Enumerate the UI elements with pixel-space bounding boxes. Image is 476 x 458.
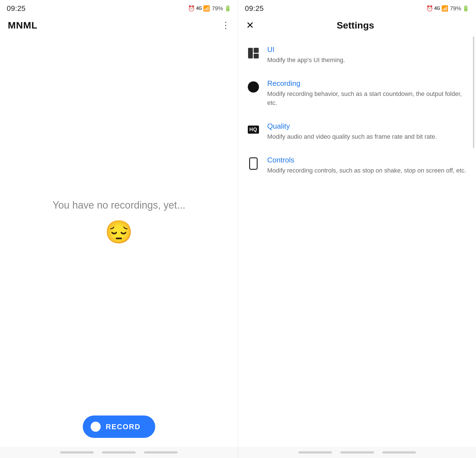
signal-bars-icon: 📶 <box>203 5 210 12</box>
controls-item-desc: Modify recording controls, such as stop … <box>267 166 468 175</box>
settings-item-quality[interactable]: HQ Quality Modify audio and video qualit… <box>238 115 476 148</box>
quality-item-title: Quality <box>267 122 468 131</box>
settings-title: Settings <box>254 20 468 31</box>
quality-item-text: Quality Modify audio and video quality s… <box>267 122 468 141</box>
close-button[interactable]: ✕ <box>246 20 254 31</box>
menu-icon[interactable]: ⋮ <box>221 20 230 30</box>
battery-icon-right: 🔋 <box>462 5 469 12</box>
circle-icon <box>248 81 259 93</box>
alarm-icon-right: ⏰ <box>426 5 433 12</box>
bottom-pill-3 <box>144 451 178 454</box>
left-screen: 09:25 ⏰ 4G 📶 79% 🔋 MNML ⋮ You have no re… <box>0 0 238 458</box>
recording-icon <box>246 80 261 94</box>
bottom-pill-r-3 <box>382 451 416 454</box>
grid-icon <box>248 48 259 58</box>
bottom-pill-r-1 <box>298 451 332 454</box>
bottom-pill-r-2 <box>340 451 374 454</box>
record-button-container: RECORD <box>0 409 238 447</box>
controls-icon <box>246 156 261 171</box>
right-screen: 09:25 ⏰ 4G 📶 79% 🔋 ✕ Settings UI <box>238 0 476 458</box>
recording-item-title: Recording <box>267 79 468 88</box>
record-button[interactable]: RECORD <box>83 415 155 438</box>
settings-list: UI Modify the app's UI theming. Recordin… <box>238 36 476 447</box>
right-status-bar: 09:25 ⏰ 4G 📶 79% 🔋 <box>238 0 476 16</box>
alarm-icon: ⏰ <box>188 5 195 12</box>
ui-icon <box>246 46 261 60</box>
quality-item-desc: Modify audio and video quality such as f… <box>267 132 468 141</box>
app-title: MNML <box>8 20 37 31</box>
controls-item-title: Controls <box>267 156 468 164</box>
empty-state-container: You have no recordings, yet... 😔 <box>0 36 238 409</box>
right-bottom-bar <box>238 447 476 458</box>
quality-icon: HQ <box>246 122 261 137</box>
grid-cell-2 <box>254 54 259 59</box>
record-button-label: RECORD <box>106 422 141 431</box>
signal-bars-icon-right: 📶 <box>441 5 448 12</box>
hq-icon: HQ <box>248 126 259 134</box>
left-status-icons: ⏰ 4G 📶 79% 🔋 <box>188 5 231 12</box>
ui-item-title: UI <box>267 45 468 54</box>
right-status-time: 09:25 <box>245 4 264 13</box>
battery-icon: 🔋 <box>224 5 231 12</box>
phone-icon <box>249 157 258 170</box>
bottom-pill-1 <box>60 451 94 454</box>
battery-text-right: 79% <box>450 5 461 12</box>
controls-item-text: Controls Modify recording controls, such… <box>267 156 468 175</box>
left-status-bar: 09:25 ⏰ 4G 📶 79% 🔋 <box>0 0 238 16</box>
empty-state-message: You have no recordings, yet... <box>53 199 185 211</box>
left-app-header: MNML ⋮ <box>0 16 238 36</box>
settings-header: ✕ Settings <box>238 16 476 36</box>
settings-item-controls[interactable]: Controls Modify recording controls, such… <box>238 148 476 182</box>
battery-text: 79% <box>212 5 223 12</box>
right-status-icons: ⏰ 4G 📶 79% 🔋 <box>426 5 469 12</box>
settings-item-ui[interactable]: UI Modify the app's UI theming. <box>238 38 476 72</box>
left-bottom-bar <box>0 447 238 458</box>
recording-item-text: Recording Modify recording behavior, suc… <box>267 79 468 107</box>
signal-4g-icon-right: 4G <box>434 6 440 11</box>
record-button-dot <box>91 422 101 432</box>
bottom-pill-2 <box>102 451 136 454</box>
scrollbar[interactable] <box>473 36 474 148</box>
ui-item-desc: Modify the app's UI theming. <box>267 56 468 65</box>
ui-item-text: UI Modify the app's UI theming. <box>267 45 468 65</box>
empty-state-emoji: 😔 <box>105 219 133 245</box>
grid-cell-tall <box>248 48 253 58</box>
settings-item-recording[interactable]: Recording Modify recording behavior, suc… <box>238 72 476 115</box>
recording-item-desc: Modify recording behavior, such as a sta… <box>267 89 468 107</box>
signal-4g-icon: 4G <box>196 6 202 11</box>
grid-cell-1 <box>254 48 259 53</box>
left-status-time: 09:25 <box>7 4 26 13</box>
